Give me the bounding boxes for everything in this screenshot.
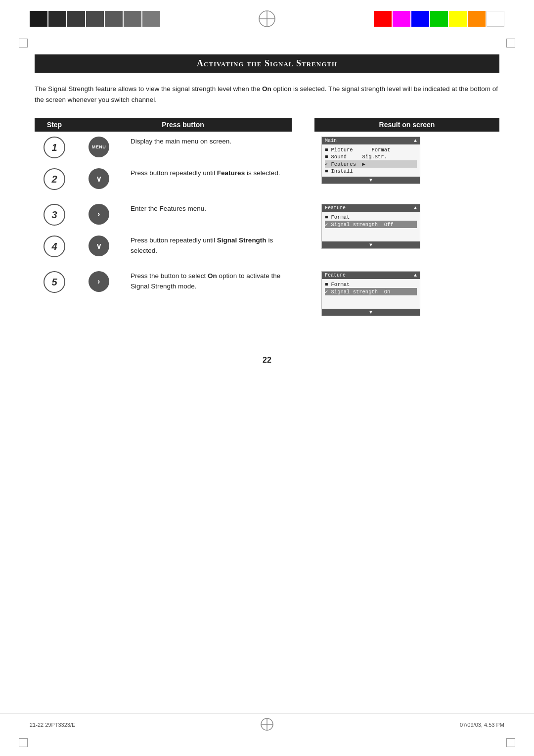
screen-footer-5: ▼ — [322, 309, 420, 316]
header-step: Step — [35, 118, 74, 132]
footer-left: 21-22 29PT3323/E — [30, 722, 75, 728]
menu-button: MENU — [89, 137, 109, 157]
right-arrow-button-3: › — [89, 204, 109, 225]
screen-footer-3: ▼ — [322, 241, 420, 248]
section-title: Activating the Signal Strength — [35, 54, 499, 73]
desc-cell-1: Display the main menu on screen. — [124, 132, 292, 163]
table-row: 1 MENU Display the main menu on screen. … — [35, 132, 499, 163]
color-swatch — [30, 11, 47, 27]
page-number: 22 — [0, 356, 534, 365]
screen-mock-1: Main ▲ ■ Picture Format ■ Sound Sig.Str.… — [321, 137, 420, 184]
color-strip-left — [30, 11, 160, 27]
crosshair-top-center — [257, 9, 277, 29]
description-text: The Signal Strength feature allows to vi… — [35, 84, 499, 105]
screen-body-3: ■ Format ✓ Signal strength Off — [322, 212, 420, 241]
screen-body-5: ■ Format ✓ Signal strength On — [322, 279, 420, 309]
screen-mock-5: Feature ▲ ■ Format ✓ Signal strength On … — [321, 271, 420, 316]
button-cell-2: ∨ — [74, 163, 124, 195]
desc-cell-3: Enter the Features menu. — [124, 199, 292, 231]
screen-header-1: Main ▲ — [322, 137, 420, 144]
color-swatch-white — [487, 11, 504, 27]
button-cell-1: MENU — [74, 132, 124, 163]
result-cell-3: Feature ▲ ■ Format ✓ Signal strength Off… — [314, 199, 499, 262]
color-swatch — [142, 11, 160, 27]
table-row: 3 › Enter the Features menu. Feature ▲ — [35, 199, 499, 231]
color-swatch-orange — [468, 11, 486, 27]
color-swatch — [86, 11, 104, 27]
color-swatch-yellow — [449, 11, 467, 27]
reg-mark-br — [506, 738, 515, 747]
result-cell-5: Feature ▲ ■ Format ✓ Signal strength On … — [314, 266, 499, 321]
crosshair-footer — [260, 717, 275, 732]
top-bar — [0, 0, 534, 34]
screen-header-3: Feature ▲ — [322, 204, 420, 212]
step-number-5: 5 — [35, 266, 74, 321]
desc-cell-5: Press the button to select On option to … — [124, 266, 292, 321]
button-cell-4: ∨ — [74, 231, 124, 262]
color-swatch-red — [374, 11, 392, 27]
reg-mark-tl — [19, 39, 28, 47]
step-number-1: 1 — [35, 132, 74, 163]
desc-cell-2: Press button repeatedly until Features i… — [124, 163, 292, 195]
color-swatch-blue — [411, 11, 429, 27]
footer-right: 07/09/03, 4.53 PM — [460, 722, 504, 728]
footer: 21-22 29PT3323/E 07/09/03, 4.53 PM — [0, 713, 534, 736]
color-swatch — [48, 11, 66, 27]
screen-footer-1: ▼ — [322, 177, 420, 184]
reg-marks-top — [0, 39, 534, 47]
header-result: Result on screen — [314, 118, 499, 132]
color-swatch-magenta — [393, 11, 410, 27]
reg-mark-tr — [506, 39, 515, 47]
color-swatch — [67, 11, 85, 27]
header-press: Press button — [74, 118, 292, 132]
right-arrow-button-5: › — [89, 271, 109, 292]
main-content: Activating the Signal Strength The Signa… — [0, 49, 534, 341]
result-cell-1: Main ▲ ■ Picture Format ■ Sound Sig.Str.… — [314, 132, 499, 195]
page: Activating the Signal Strength The Signa… — [0, 0, 534, 756]
down-arrow-button-4: ∨ — [89, 236, 109, 256]
table-row: 5 › Press the button to select On option… — [35, 266, 499, 321]
reg-marks-bottom — [0, 738, 534, 747]
color-strip-right — [374, 11, 504, 27]
screen-body-1: ■ Picture Format ■ Sound Sig.Str. ✓ Feat… — [322, 144, 420, 177]
step-number-3: 3 — [35, 199, 74, 231]
down-arrow-button-2: ∨ — [89, 168, 109, 189]
color-swatch — [105, 11, 123, 27]
button-cell-5: › — [74, 266, 124, 321]
screen-mock-3: Feature ▲ ■ Format ✓ Signal strength Off… — [321, 204, 420, 249]
color-swatch — [124, 11, 141, 27]
button-cell-3: › — [74, 199, 124, 231]
table-header-row: Step Press button Result on screen — [35, 118, 499, 132]
reg-mark-bl — [19, 738, 28, 747]
step-number-4: 4 — [35, 231, 74, 262]
color-swatch-green — [430, 11, 448, 27]
screen-header-5: Feature ▲ — [322, 272, 420, 279]
desc-cell-4: Press button repeatedly until Signal Str… — [124, 231, 292, 262]
step-number-2: 2 — [35, 163, 74, 195]
steps-table: Step Press button Result on screen 1 MEN… — [35, 118, 499, 321]
